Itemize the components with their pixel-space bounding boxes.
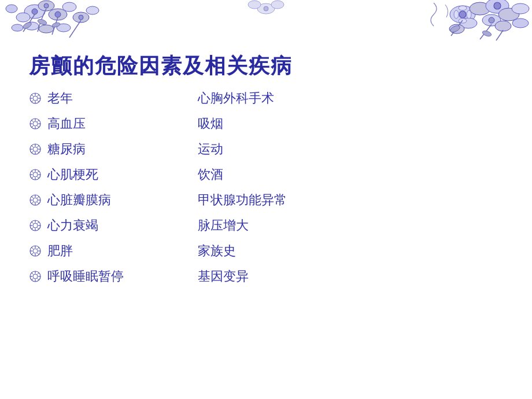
- svg-point-34: [454, 10, 459, 19]
- svg-line-111: [32, 253, 34, 255]
- list-item: 老年心胸外科手术: [29, 90, 503, 107]
- list-item-left-2: 糖尿病: [47, 141, 163, 158]
- list-item-left-1: 高血压: [47, 115, 163, 132]
- svg-line-100: [38, 222, 39, 224]
- list-item: 糖尿病运动: [29, 141, 503, 158]
- list-item-left-7: 呼吸睡眠暂停: [47, 268, 163, 285]
- svg-line-79: [38, 177, 39, 179]
- svg-line-89: [38, 202, 39, 204]
- svg-line-78: [32, 171, 34, 173]
- bullet-icon: [29, 219, 42, 232]
- svg-line-70: [38, 146, 39, 147]
- svg-point-29: [459, 11, 466, 18]
- svg-line-50: [38, 95, 39, 97]
- svg-line-91: [32, 202, 34, 204]
- svg-point-10: [39, 25, 54, 33]
- svg-line-101: [32, 228, 34, 230]
- list-item: 心脏瓣膜病甲状腺功能异常: [29, 191, 503, 209]
- svg-point-63: [33, 147, 38, 152]
- svg-point-37: [482, 30, 492, 38]
- page-title: 房颤的危险因素及相关疾病: [29, 52, 293, 80]
- svg-line-61: [32, 126, 34, 128]
- list-item-right-2: 运动: [198, 141, 223, 158]
- svg-point-4: [62, 2, 76, 12]
- svg-point-12: [32, 9, 38, 14]
- svg-point-32: [459, 6, 467, 10]
- svg-point-13: [44, 3, 49, 8]
- svg-line-120: [38, 273, 39, 275]
- list-item-right-6: 家族史: [198, 242, 236, 260]
- svg-point-25: [495, 21, 511, 31]
- floral-decoration-top: [0, 0, 532, 43]
- page-container: 房颤的危险因素及相关疾病 老年心胸外科手术 高血压吸烟: [0, 0, 532, 399]
- svg-point-23: [512, 3, 529, 14]
- svg-line-71: [32, 152, 34, 153]
- svg-line-68: [32, 146, 34, 147]
- list-item: 高血压吸烟: [29, 115, 503, 132]
- svg-line-81: [32, 177, 34, 179]
- svg-point-113: [33, 274, 38, 279]
- svg-point-31: [489, 17, 494, 23]
- list-item: 呼吸睡眠暂停基因变异: [29, 268, 503, 285]
- content-area: 老年心胸外科手术 高血压吸烟 糖尿病运动: [29, 90, 503, 293]
- bullet-icon: [29, 194, 42, 206]
- svg-line-49: [38, 101, 39, 102]
- svg-point-14: [55, 12, 61, 17]
- svg-line-121: [32, 279, 34, 280]
- svg-point-15: [79, 15, 83, 20]
- svg-line-51: [32, 101, 34, 102]
- bullet-icon: [29, 245, 42, 257]
- svg-line-88: [32, 197, 34, 198]
- svg-point-35: [467, 10, 471, 19]
- list-item-right-3: 饮酒: [198, 166, 223, 183]
- svg-point-53: [33, 121, 38, 126]
- svg-line-110: [38, 247, 39, 249]
- bullet-icon: [29, 92, 42, 105]
- svg-line-59: [38, 126, 39, 128]
- svg-line-108: [32, 247, 34, 249]
- svg-point-28: [512, 19, 529, 28]
- list-item: 心肌梗死饮酒: [29, 166, 503, 183]
- svg-point-73: [33, 172, 38, 177]
- list-item-right-4: 甲状腺功能异常: [198, 191, 287, 209]
- bullet-icon: [29, 117, 42, 130]
- svg-line-60: [38, 120, 39, 122]
- list-item-right-0: 心胸外科手术: [198, 90, 274, 107]
- svg-point-83: [33, 198, 38, 202]
- list-item-left-3: 心肌梗死: [47, 166, 163, 183]
- list-item: 心力衰竭脉压增大: [29, 217, 503, 234]
- list-item-right-5: 脉压增大: [198, 217, 249, 234]
- svg-point-40: [248, 1, 261, 9]
- list-item-left-4: 心脏瓣膜病: [47, 191, 163, 209]
- list-item-left-6: 肥胖: [47, 242, 163, 260]
- list-item-right-1: 吸烟: [198, 115, 223, 132]
- bullet-icon: [29, 270, 42, 283]
- svg-point-41: [264, 6, 268, 11]
- svg-point-103: [33, 249, 38, 253]
- svg-line-98: [32, 222, 34, 224]
- svg-line-109: [38, 253, 39, 255]
- svg-line-99: [38, 228, 39, 230]
- svg-point-43: [33, 96, 38, 101]
- list-item-left-0: 老年: [47, 90, 163, 107]
- list-item: 肥胖家族史: [29, 242, 503, 260]
- svg-point-30: [494, 2, 501, 9]
- svg-line-58: [32, 120, 34, 122]
- svg-point-7: [86, 6, 99, 14]
- bullet-icon: [29, 143, 42, 156]
- svg-line-119: [38, 279, 39, 280]
- svg-line-48: [32, 95, 34, 97]
- svg-line-90: [38, 197, 39, 198]
- svg-point-2: [16, 13, 30, 22]
- bullet-icon: [29, 168, 42, 181]
- svg-point-5: [6, 5, 17, 13]
- svg-point-9: [12, 24, 23, 31]
- list-item-left-5: 心力衰竭: [47, 217, 163, 234]
- svg-point-39: [271, 1, 284, 9]
- svg-point-93: [33, 223, 38, 228]
- svg-line-80: [38, 171, 39, 173]
- svg-line-118: [32, 273, 34, 275]
- list-item-right-7: 基因变异: [198, 268, 249, 285]
- svg-line-69: [38, 152, 39, 153]
